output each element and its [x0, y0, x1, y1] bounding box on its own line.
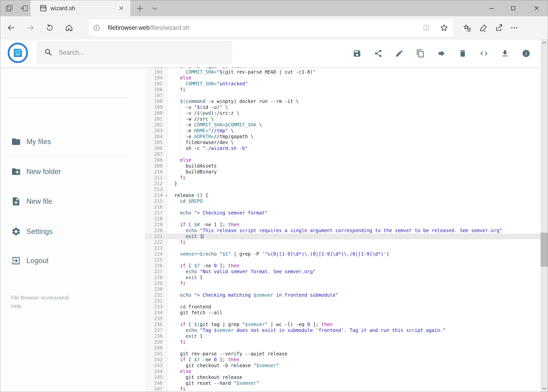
- code-line-text[interactable]: fi: [168, 175, 541, 181]
- code-line-text[interactable]: else: [168, 157, 541, 163]
- code-line-text[interactable]: -e HOME="//tmp" \: [168, 128, 541, 134]
- new-tab-button[interactable]: [136, 4, 145, 13]
- tab-list-chevron-icon[interactable]: [151, 5, 160, 14]
- code-line-text[interactable]: if [ $(git tag | grep "$semver" | wc -l)…: [168, 322, 541, 327]
- code-line-text[interactable]: if [ -d ".git" ]; then: [168, 67, 541, 69]
- home-icon[interactable]: [65, 23, 73, 32]
- code-line-text[interactable]: git reset --hard "$semver": [168, 380, 541, 386]
- back-icon[interactable]: [7, 23, 15, 32]
- code-line-text[interactable]: echo "This release script requires a sin…: [168, 228, 541, 233]
- code-editor[interactable]: 192 if [ -d ".git" ]; then193 COMMIT_SHA…: [145, 67, 541, 392]
- code-line-text[interactable]: exit 1: [168, 275, 541, 280]
- save-button[interactable]: [353, 49, 361, 58]
- code-line-text[interactable]: COMMIT_SHA="untracked": [168, 81, 541, 87]
- copy-button[interactable]: [416, 49, 425, 58]
- code-line-text[interactable]: buildAssets: [168, 163, 541, 169]
- scrollbar-thumb[interactable]: [541, 233, 548, 267]
- scroll-down-icon[interactable]: [541, 385, 548, 392]
- code-line-text[interactable]: else: [168, 369, 541, 374]
- code-button[interactable]: [479, 49, 488, 58]
- code-line-text[interactable]: -e COMMIT_SHA=$COMMIT_SHA \: [168, 122, 541, 128]
- code-line-text[interactable]: [168, 204, 541, 210]
- set-tabs-aside-icon[interactable]: [20, 4, 29, 13]
- code-line-text[interactable]: fi: [168, 87, 541, 93]
- code-line-text[interactable]: fi: [168, 339, 541, 345]
- sidebar-item-new-file[interactable]: New file: [0, 193, 145, 210]
- code-line-text[interactable]: filebrowser/dev \: [168, 140, 541, 145]
- code-line-text[interactable]: fi: [168, 239, 541, 245]
- tab-preview-icon[interactable]: [5, 4, 14, 13]
- code-line-text[interactable]: -w //src \: [168, 116, 541, 122]
- reading-view-icon[interactable]: [422, 24, 430, 32]
- code-line-text[interactable]: git checkout -b release "$semver": [168, 363, 541, 369]
- filebrowser-logo[interactable]: [8, 43, 28, 63]
- forward-icon[interactable]: [26, 23, 35, 32]
- search-box[interactable]: [36, 41, 232, 64]
- sidebar-item-new-folder[interactable]: New folder: [0, 163, 145, 180]
- code-line-text[interactable]: [168, 187, 541, 192]
- code-line-text[interactable]: fi: [168, 280, 541, 286]
- code-line-text[interactable]: git checkout release: [168, 374, 541, 380]
- page-scrollbar[interactable]: [541, 39, 548, 392]
- window-minimize-button[interactable]: [486, 3, 497, 14]
- address-bar[interactable]: filebrowser.web/files/wizard.sh: [88, 19, 454, 37]
- more-menu-icon[interactable]: [510, 23, 519, 32]
- search-input[interactable]: [58, 49, 219, 56]
- code-line-text[interactable]: -e GOPATH=//tmp/gopath \: [168, 134, 541, 140]
- code-line-text[interactable]: }: [168, 181, 541, 187]
- code-line-text[interactable]: echo "Tag $semver does not exist in subm…: [168, 327, 541, 333]
- info-button[interactable]: [522, 49, 530, 58]
- code-line-text[interactable]: [168, 316, 541, 322]
- code-line-text[interactable]: cd $REPO: [168, 198, 541, 204]
- web-note-pen-icon[interactable]: [479, 23, 488, 32]
- code-line-text[interactable]: sh -c "./wizard.sh -b": [168, 145, 541, 151]
- code-line-text[interactable]: else: [168, 75, 541, 81]
- sidebar-item-logout[interactable]: Logout: [0, 252, 145, 269]
- code-line-text[interactable]: buildBinary: [168, 169, 541, 175]
- code-line-text[interactable]: release () {: [168, 192, 541, 198]
- help-link[interactable]: Help: [11, 303, 21, 309]
- code-line-text[interactable]: git fetch --all: [168, 310, 541, 316]
- refresh-icon[interactable]: [45, 23, 54, 32]
- sidebar-item-settings[interactable]: Settings: [0, 223, 145, 240]
- code-line-text[interactable]: fi: [168, 386, 541, 392]
- code-line-text[interactable]: if [ $# -ne 1 ]; then: [168, 222, 541, 228]
- code-line-text[interactable]: [168, 93, 541, 98]
- code-line-text[interactable]: [168, 298, 541, 304]
- share-button[interactable]: [374, 49, 382, 58]
- code-line-text[interactable]: git rev-parse --verify --quiet release: [168, 351, 541, 357]
- browser-tab[interactable]: wizard.sh: [30, 0, 130, 16]
- download-button[interactable]: [501, 49, 509, 58]
- code-line-text[interactable]: -v /$(pwd):/src:z \: [168, 110, 541, 116]
- code-line-text[interactable]: echo "> Checking matching $semver in fro…: [168, 292, 541, 298]
- code-line-text[interactable]: echo "> Checking semver format": [168, 210, 541, 216]
- favorites-hub-icon[interactable]: [463, 23, 472, 32]
- code-line-text[interactable]: [168, 216, 541, 222]
- code-line-text[interactable]: [168, 151, 541, 157]
- scroll-up-icon[interactable]: [541, 39, 548, 46]
- window-maximize-button[interactable]: [508, 3, 519, 14]
- code-line-text[interactable]: [168, 245, 541, 251]
- code-line-text[interactable]: [168, 345, 541, 351]
- code-line-text[interactable]: -u "$(id -u)" \: [168, 104, 541, 110]
- edit-button[interactable]: [395, 49, 404, 58]
- code-line-text[interactable]: cd frontend: [168, 304, 541, 310]
- code-line-text[interactable]: [168, 257, 541, 263]
- code-line-text[interactable]: echo "Not valid semver format. See semve…: [168, 269, 541, 275]
- move-button[interactable]: [437, 49, 446, 58]
- delete-button[interactable]: [458, 49, 467, 58]
- favorite-star-icon[interactable]: [440, 23, 448, 32]
- tab-close-icon[interactable]: [118, 5, 125, 11]
- code-line-text[interactable]: if [ $? -ne 0 ]; then: [168, 357, 541, 363]
- code-line-text[interactable]: COMMIT_SHA="$(git rev-parse HEAD | cut -…: [168, 69, 541, 75]
- code-line-text[interactable]: exit 1: [168, 333, 541, 339]
- code-line-text[interactable]: $(command -v winpty) docker run --rm -it…: [168, 98, 541, 104]
- sidebar-item-my-files[interactable]: My files: [0, 133, 145, 150]
- code-line-text[interactable]: if [ $? -ne 0 ]; then: [168, 263, 541, 269]
- code-line-text[interactable]: exit 1: [168, 233, 541, 239]
- code-line-text[interactable]: semver=$(echo "$1" | grep -P '^v(0|[1-9]…: [168, 251, 541, 257]
- window-close-button[interactable]: [531, 3, 542, 14]
- site-info-icon[interactable]: [93, 24, 101, 32]
- share-page-icon[interactable]: [494, 23, 503, 32]
- fold-marker-icon[interactable]: ▾: [166, 193, 167, 198]
